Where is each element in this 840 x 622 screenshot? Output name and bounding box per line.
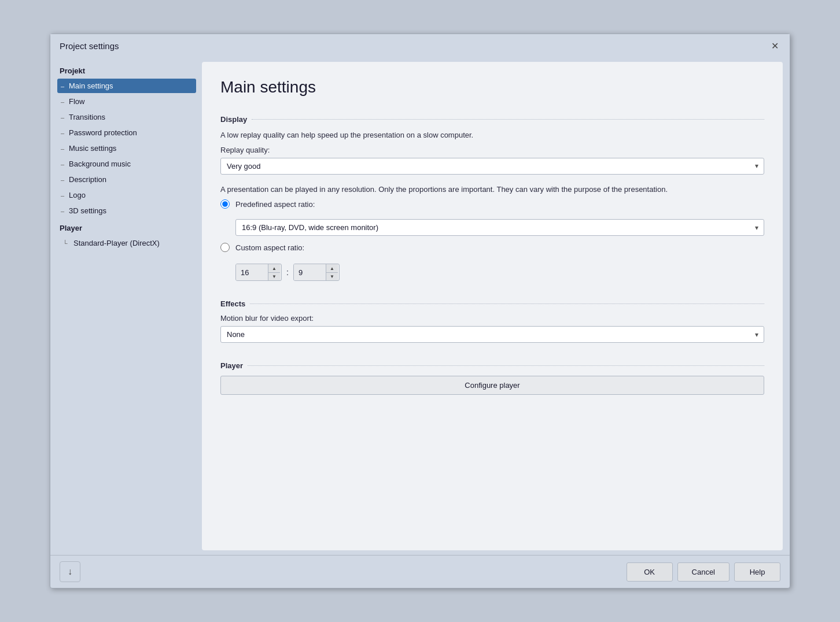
custom-height-up-button[interactable]: ▲ [326, 264, 338, 272]
sidebar: Projekt Main settings Flow Transitions P… [57, 62, 196, 550]
custom-height-spinner-buttons: ▲ ▼ [326, 264, 338, 280]
sidebar-item-transitions[interactable]: Transitions [57, 110, 196, 124]
predefined-select-wrapper: 16:9 (Blu-ray, DVD, wide screen monitor)… [235, 219, 764, 236]
replay-quality-select[interactable]: Low Normal Good Very good Excellent [220, 158, 764, 175]
help-button[interactable]: Help [734, 562, 780, 582]
sidebar-item-background-music[interactable]: Background music [57, 157, 196, 171]
sidebar-item-logo[interactable]: Logo [57, 188, 196, 202]
motion-blur-label: Motion blur for video export: [220, 314, 764, 323]
ok-button[interactable]: OK [627, 562, 673, 582]
footer-left: ↓ [60, 561, 80, 582]
titlebar: Project settings ✕ [50, 34, 790, 57]
effects-section: Effects Motion blur for video export: No… [220, 295, 764, 343]
footer-right: OK Cancel Help [627, 562, 780, 582]
custom-width-down-button[interactable]: ▼ [268, 272, 280, 280]
replay-quality-label: Replay quality: [220, 146, 764, 154]
custom-height-spinner: ▲ ▼ [293, 264, 340, 281]
predefined-radio-row: Predefined aspect ratio: [220, 199, 764, 209]
sidebar-item-3d-settings[interactable]: 3D settings [57, 203, 196, 218]
player-section-line [248, 365, 764, 366]
player-section-label: Player [220, 361, 243, 370]
predefined-radio-label: Predefined aspect ratio: [235, 200, 315, 209]
sidebar-group-projekt: Projekt [57, 62, 196, 77]
custom-radio-label: Custom aspect ratio: [235, 243, 304, 252]
display-section-line [252, 119, 764, 120]
display-section: Display A low replay quality can help sp… [220, 110, 764, 281]
custom-width-spinner: ▲ ▼ [235, 264, 282, 281]
sidebar-item-description[interactable]: Description [57, 172, 196, 187]
display-section-header: Display [220, 115, 764, 124]
custom-radio[interactable] [220, 243, 230, 252]
configure-player-button[interactable]: Configure player [220, 376, 764, 395]
sidebar-item-password-protection[interactable]: Password protection [57, 125, 196, 140]
close-button[interactable]: ✕ [769, 40, 780, 51]
display-section-label: Display [220, 115, 247, 124]
custom-width-input[interactable] [236, 264, 268, 280]
display-description2: A presentation can be played in any reso… [220, 184, 764, 195]
motion-blur-select-wrapper: None Low Medium High ▾ [220, 326, 764, 343]
page-title: Main settings [220, 78, 764, 97]
dialog-body: Projekt Main settings Flow Transitions P… [50, 57, 790, 555]
custom-aspect-inputs: ▲ ▼ : ▲ ▼ [235, 264, 764, 281]
motion-blur-select[interactable]: None Low Medium High [220, 326, 764, 343]
custom-radio-row: Custom aspect ratio: [220, 243, 764, 252]
effects-section-header: Effects [220, 299, 764, 308]
project-settings-dialog: Project settings ✕ Projekt Main settings… [50, 34, 790, 588]
custom-width-up-button[interactable]: ▲ [268, 264, 280, 272]
sidebar-item-standard-player[interactable]: Standard-Player (DirectX) [57, 236, 196, 250]
dialog-title: Project settings [60, 41, 119, 51]
predefined-select-wrapper-outer: 16:9 (Blu-ray, DVD, wide screen monitor)… [235, 219, 764, 236]
custom-height-input[interactable] [294, 264, 326, 280]
effects-section-line [250, 303, 764, 304]
predefined-aspect-select[interactable]: 16:9 (Blu-ray, DVD, wide screen monitor)… [235, 219, 764, 236]
predefined-radio[interactable] [220, 199, 230, 209]
custom-width-spinner-buttons: ▲ ▼ [268, 264, 280, 280]
player-section-header: Player [220, 361, 764, 370]
player-section: Player Configure player [220, 357, 764, 395]
aspect-ratio-radio-group: Predefined aspect ratio: 16:9 (Blu-ray, … [220, 199, 764, 281]
replay-quality-select-wrapper: Low Normal Good Very good Excellent ▾ [220, 158, 764, 175]
colon-separator: : [286, 268, 289, 277]
main-content: Main settings Display A low replay quali… [202, 62, 783, 550]
sidebar-group-player: Player [57, 219, 196, 235]
custom-height-down-button[interactable]: ▼ [326, 272, 338, 280]
effects-section-label: Effects [220, 299, 245, 308]
sidebar-item-main-settings[interactable]: Main settings [57, 79, 196, 93]
cancel-button[interactable]: Cancel [677, 562, 730, 582]
sidebar-item-music-settings[interactable]: Music settings [57, 141, 196, 156]
display-description1: A low replay quality can help speed up t… [220, 129, 764, 141]
sidebar-item-flow[interactable]: Flow [57, 94, 196, 109]
dialog-footer: ↓ OK Cancel Help [50, 555, 790, 588]
download-button[interactable]: ↓ [60, 561, 80, 582]
